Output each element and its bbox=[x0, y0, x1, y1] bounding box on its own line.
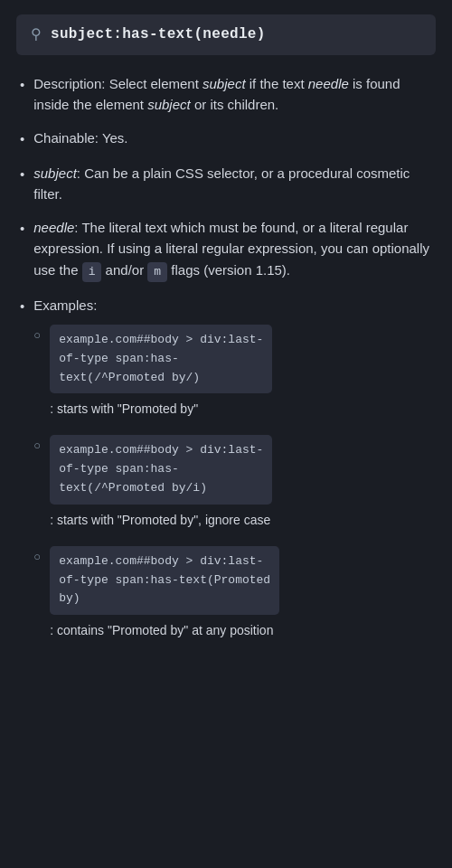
page-container: ⚲ subject:has-text(needle) • Description… bbox=[0, 0, 452, 705]
sub-item-content-3: example.com##body > div:last-of-type spa… bbox=[50, 546, 436, 640]
code-block-3: example.com##body > div:last-of-type spa… bbox=[50, 546, 279, 615]
link-icon: ⚲ bbox=[31, 24, 42, 46]
bullet-chainable: • bbox=[20, 128, 24, 149]
item-text-description: Description: Select element subject if t… bbox=[33, 73, 436, 116]
bullet-description: • bbox=[20, 74, 24, 95]
title-bar: ⚲ subject:has-text(needle) bbox=[16, 14, 436, 55]
list-item-description: • Description: Select element subject if… bbox=[16, 73, 436, 116]
title-code: subject:has-text(needle) bbox=[51, 24, 266, 46]
code-block-2: example.com##body > div:last-of-type spa… bbox=[50, 435, 272, 504]
sub-description-1: : starts with "Promoted by" bbox=[50, 400, 436, 419]
item-text-examples: Examples: ○ example.com##body > div:last… bbox=[33, 295, 436, 656]
sub-list-item-3: ○ example.com##body > div:last-of-type s… bbox=[33, 546, 436, 640]
sub-description-3: : contains "Promoted by" at any position bbox=[50, 621, 436, 640]
flag-i-code: i bbox=[82, 262, 102, 282]
sub-list-item-2: ○ example.com##body > div:last-of-type s… bbox=[33, 435, 436, 529]
sub-item-content-1: example.com##body > div:last-of-type spa… bbox=[50, 325, 436, 419]
code-block-1: example.com##body > div:last-of-type spa… bbox=[50, 325, 272, 393]
sub-item-content-2: example.com##body > div:last-of-type spa… bbox=[50, 435, 436, 529]
list-item-chainable: • Chainable: Yes. bbox=[16, 127, 436, 149]
item-text-needle: needle: The literal text which must be f… bbox=[33, 217, 436, 282]
list-item-needle: • needle: The literal text which must be… bbox=[16, 217, 436, 282]
list-item-examples: • Examples: ○ example.com##body > div:la… bbox=[16, 295, 436, 656]
flag-m-code: m bbox=[147, 262, 167, 282]
bullet-needle: • bbox=[20, 218, 24, 239]
sub-bullet-3: ○ bbox=[33, 548, 41, 566]
examples-label: Examples: bbox=[33, 297, 97, 313]
sub-list-examples: ○ example.com##body > div:last-of-type s… bbox=[33, 325, 436, 640]
item-text-chainable: Chainable: Yes. bbox=[33, 127, 436, 148]
list-item-subject: • subject: Can be a plain CSS selector, … bbox=[16, 163, 436, 205]
bullet-subject: • bbox=[20, 164, 24, 184]
sub-bullet-2: ○ bbox=[33, 437, 41, 455]
bullet-examples: • bbox=[20, 296, 24, 316]
item-text-subject: subject: Can be a plain CSS selector, or… bbox=[33, 163, 436, 205]
main-list: • Description: Select element subject if… bbox=[16, 73, 436, 656]
sub-bullet-1: ○ bbox=[33, 326, 41, 344]
sub-list-item-1: ○ example.com##body > div:last-of-type s… bbox=[33, 325, 436, 419]
sub-description-2: : starts with "Promoted by", ignore case bbox=[50, 511, 436, 530]
